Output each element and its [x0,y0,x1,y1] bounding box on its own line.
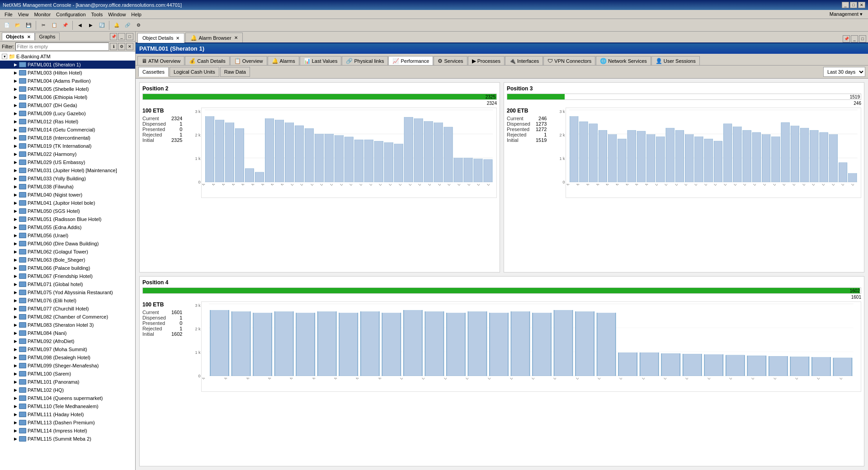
toolbar-cut[interactable]: ✂ [38,20,48,30]
tree-item[interactable]: ▶ PATML041 (Jupitor Hotel bole) [0,199,135,207]
filter-clear-button[interactable]: ✕ [126,43,133,50]
nav-tab-overview[interactable]: 📋 Overview [230,56,267,65]
filter-info-button[interactable]: ℹ [110,43,117,50]
tree-item[interactable]: ▶ PATML076 (Elili hotel) [0,296,135,305]
panel-tab-graphs[interactable]: Graphs [35,33,59,40]
menu-help[interactable]: Help [128,11,144,18]
time-range-select[interactable]: Last 30 days [823,67,865,77]
tree-item[interactable]: ▶ PATML019 (TK International) [0,142,135,150]
nav-tab-network-services[interactable]: 🌐 Network Services [596,56,651,65]
tree-item[interactable]: ▶ PATML001 (Sheraton 1) [0,61,135,69]
minimize-button[interactable]: _ [842,2,849,8]
nav-tab-performance[interactable]: 📈 Performance [388,56,433,65]
tab-alarm-browser-close[interactable]: ✕ [234,35,238,40]
panel-maximize-button[interactable]: □ [126,33,133,40]
tree-item[interactable]: ▶ PATML071 (Global hotel) [0,280,135,288]
tree-item[interactable]: ▶ PATML104 (Queens supermarket) [0,394,135,402]
menu-view[interactable]: View [15,11,32,18]
toolbar-save[interactable]: 💾 [24,20,33,30]
toolbar-refresh[interactable]: 🔄 [97,20,107,30]
tree-item[interactable]: ▶ PATML098 (Desalegh Hotel) [0,353,135,362]
tree-item[interactable]: ▶ PATML040 (Nigist tower) [0,191,135,199]
raw-data-button[interactable]: Raw Data [220,67,250,77]
tree-item[interactable]: ▶ PATML100 (Sarem) [0,370,135,378]
tree-toggle-expand[interactable]: ▾ [2,54,7,59]
toolbar-settings[interactable]: ⚙ [133,20,143,30]
restore-button[interactable]: □ [850,2,857,8]
tree-item[interactable]: ▶ PATML004 (Adams Pavilion) [0,77,135,85]
tree-group-header[interactable]: ▾ 📁 E-Banking ATM [0,52,135,61]
nav-tab-services[interactable]: ⚙ Services [434,56,467,65]
tree-item[interactable]: ▶ PATML092 (AfroDiet) [0,337,135,345]
nav-tab-cash-details[interactable]: 💰 Cash Details [185,56,229,65]
menu-configuration[interactable]: Configuration [53,11,88,18]
tree-item[interactable]: ▶ PATML062 (Golagul Tower) [0,248,135,256]
tree-item[interactable]: ▶ PATML038 (Filwuha) [0,183,135,191]
toolbar-paste[interactable]: 📌 [60,20,70,30]
tree-item[interactable]: ▶ PATML060 (Dire Dawa Building) [0,240,135,248]
tree-item[interactable]: ▶ PATML066 (Palace building) [0,264,135,272]
toolbar-back[interactable]: ◀ [75,20,85,30]
tree-item[interactable]: ▶ PATML063 (Bole_Sheger) [0,256,135,264]
panel-minimize-button[interactable]: _ [118,33,125,40]
tree-item[interactable]: ▶ PATML051 (Radisson Blue Hotel) [0,215,135,223]
tree-item[interactable]: ▶ PATML014 (Getu Commercial) [0,126,135,134]
toolbar-copy[interactable]: 📋 [49,20,59,30]
tree-item[interactable]: ▶ PATML110 (Tele Medhanealem) [0,402,135,410]
tree-item[interactable]: ▶ PATML022 (Harmony) [0,150,135,158]
nav-tab-physical-links[interactable]: 🔗 Physical links [342,56,388,65]
filter-settings-button[interactable]: ⚙ [118,43,125,50]
tree-item[interactable]: ▶ PATML101 (Panorama) [0,378,135,386]
tree-item[interactable]: ▶ PATML082 (Chamber of Commerce) [0,313,135,321]
tree-item[interactable]: ▶ PATML083 (Sheraton Hotel 3) [0,321,135,329]
tree-item[interactable]: ▶ PATML050 (SGS Hotel) [0,207,135,215]
toolbar-forward[interactable]: ▶ [86,20,96,30]
menu-file[interactable]: File [2,11,15,18]
tree-item[interactable]: ▶ PATML033 (Yolly Building) [0,174,135,183]
tree-item[interactable]: ▶ PATML111 (Haday Hotel) [0,410,135,418]
filter-input[interactable] [15,42,109,51]
tree-item[interactable]: ▶ PATML029 (US Embassy) [0,158,135,166]
tab-object-details-close[interactable]: ✕ [176,36,179,41]
tab-alarm-browser[interactable]: 🔔 Alarm Browser ✕ [185,33,242,42]
objects-tab-close[interactable]: ✕ [27,35,31,39]
toolbar-new[interactable]: 📄 [2,20,12,30]
tree-item[interactable]: ▶ PATML114 (Impress Hotel) [0,427,135,435]
tree-item[interactable]: ▶ PATML018 (Intercontinental) [0,134,135,142]
tree-item[interactable]: ▶ PATML113 (Dashen Premium) [0,418,135,427]
tab-object-details[interactable]: Object Details ✕ [137,33,184,43]
management-label[interactable]: Management ▾ [830,11,866,17]
cassettes-button[interactable]: Cassettes [138,67,169,77]
toolbar-open[interactable]: 📂 [13,20,23,30]
nav-tab-alarms[interactable]: 🔔 Alarms [268,56,299,65]
tree-item[interactable]: ▶ PATML031 (Jupiter Hotel) [Maintenance] [0,166,135,174]
tree-item[interactable]: ▶ PATML115 (Summit Meba 2) [0,435,135,443]
tree-item[interactable]: ▶ PATML067 (Friendship Hotel) [0,272,135,280]
tree-item[interactable]: ▶ PATML056 (Urael) [0,231,135,240]
nav-tab-processes[interactable]: ▶ Processes [468,56,505,65]
tree-item[interactable]: ▶ PATML075 (Yod Abyssinia Restaurant) [0,288,135,296]
tree-item[interactable]: ▶ PATML012 (Ras Hotel) [0,118,135,126]
tree-item[interactable]: ▶ PATML006 (Ethiopia Hotel) [0,93,135,101]
nav-tab-user-sessions[interactable]: 👤 User Sessions [651,56,700,65]
tab-bar-minimize-button[interactable]: _ [851,35,858,42]
menu-monitor[interactable]: Monitor [31,11,53,18]
tab-bar-maximize-button[interactable]: □ [859,35,866,42]
tree-item[interactable]: ▶ PATML009 (Lucy Gazebo) [0,109,135,118]
nav-tab-atm-overview[interactable]: 🖥 ATM Overview [137,56,184,65]
nav-tab-last-values[interactable]: 📊 Last Values [300,56,342,65]
tree-item[interactable]: ▶ PATML097 (Moha Summit) [0,345,135,353]
tree-item[interactable]: ▶ PATML055 (Edna Addis) [0,223,135,231]
tree-item[interactable]: ▶ PATML003 (Hilton Hotel) [0,69,135,77]
toolbar-connect[interactable]: 🔗 [123,20,132,30]
tree-item[interactable]: ▶ PATML099 (Sheger-Menafesha) [0,362,135,370]
logical-cash-units-button[interactable]: Logical Cash Units [170,67,219,77]
tree-item[interactable]: ▶ PATML084 (Nani) [0,329,135,337]
nav-tab-vpn-connectors[interactable]: 🛡 VPN Connectors [543,56,595,65]
panel-tab-objects[interactable]: Objects ✕ [2,33,35,40]
tree-item[interactable]: ▶ PATML007 (DH Geda) [0,101,135,109]
tab-bar-pin-button[interactable]: 📌 [843,35,850,42]
tree-item[interactable]: ▶ PATML077 (Churchill Hotel) [0,305,135,313]
panel-pin-button[interactable]: 📌 [110,33,117,40]
nav-tab-interfaces[interactable]: 🔌 Interfaces [505,56,543,65]
